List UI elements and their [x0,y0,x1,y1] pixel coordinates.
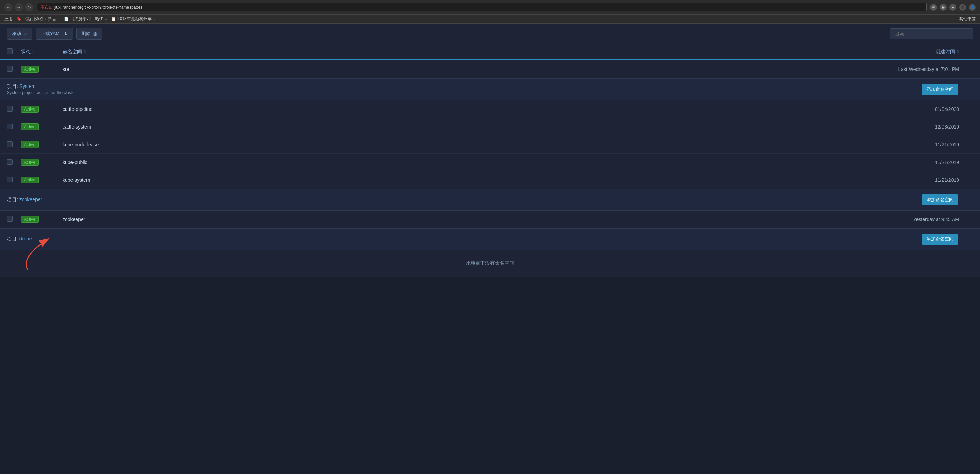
row-checkbox-kube-node-lease [7,141,21,148]
namespace-name-kube-node-lease: kube-node-lease [62,142,869,147]
toolbar: 移动 ⇗ 下载YAML ⬇ 删除 🗑 [0,24,980,44]
more-actions-kube-node-lease[interactable]: ⋮ [960,139,972,150]
row-checkbox-cattle-pipeline [7,106,21,113]
project-more-btn-drone[interactable]: ⋮ [961,234,973,244]
move-button[interactable]: 移动 ⇗ [7,28,32,40]
namespace-name-sre: sre [62,66,869,72]
more-actions-cattle-system[interactable]: ⋮ [960,121,972,132]
active-badge-cattle-pipeline: Active [21,105,38,113]
row-actions-sre: ⋮ [959,64,973,74]
row-actions-kube-public: ⋮ [959,157,973,168]
table-row: Active kube-system 11/21/2019 ⋮ [0,171,980,189]
checkbox-sre[interactable] [7,66,13,72]
bookmark-label-3: 2018年最新杭州车... [118,16,155,22]
project-link-zookeeper[interactable]: zookeeper [19,197,42,202]
active-badge-kube-node-lease: Active [21,141,38,148]
project-section-zookeeper: 项目: zookeeper 添加命名空间 ⋮ Active zookeeper … [0,189,980,228]
bookmarks-right: 其他书签 [959,16,976,22]
browser-icon-2: ◉ [940,4,947,11]
header-status[interactable]: 状态 ⇅ [21,49,62,55]
move-label: 移动 [12,30,21,37]
row-checkbox-cattle-system [7,124,21,130]
project-label-system: 项目: [7,83,19,89]
browser-icon-5: 👤 [969,4,976,11]
status-badge-zookeeper: Active [21,216,62,223]
checkbox-cattle-pipeline[interactable] [7,106,13,112]
share-icon: ⇗ [23,31,27,37]
search-input[interactable] [890,29,973,39]
project-link-system[interactable]: System [19,83,36,89]
created-kube-system: 11/21/2019 [869,177,959,183]
bookmark-2[interactable]: 📄 《终身学习：哈佛... [64,16,107,22]
project-title-drone: 项目: drone [7,236,922,242]
namespace-col-label: 命名空间 [62,49,82,55]
delete-label: 删除 [82,30,91,37]
status-badge-sre: Active [21,66,62,73]
project-more-btn-system[interactable]: ⋮ [961,84,973,94]
refresh-button[interactable]: ↻ [25,3,33,11]
created-kube-node-lease: 11/21/2019 [869,142,959,147]
active-badge-sre: Active [21,66,38,73]
browser-icon-3: ◈ [950,4,956,11]
project-title-system: 项目: System System project created for th… [7,83,922,95]
table-row: Active cattle-system 12/03/2019 ⋮ [0,118,980,136]
forward-button[interactable]: → [14,3,23,11]
add-namespace-btn-drone[interactable]: 添加命名空间 [922,233,958,245]
active-badge-zookeeper: Active [21,216,38,223]
bookmark-1[interactable]: 🔖 《新引爆点：抖音... [17,16,60,22]
bookmark-icon-1: 🔖 [17,17,22,21]
back-button[interactable]: ← [4,3,13,11]
project-more-btn-zookeeper[interactable]: ⋮ [961,195,973,205]
add-namespace-btn-zookeeper[interactable]: 添加命名空间 [922,194,958,205]
add-namespace-btn-system[interactable]: 添加命名空间 [922,84,958,95]
download-yaml-label: 下载YAML [41,30,62,37]
row-actions-zookeeper: ⋮ [959,214,973,225]
more-actions-kube-public[interactable]: ⋮ [960,157,972,168]
browser-actions: ⊕ ◉ ◈ ⬛ 👤 [930,4,976,11]
status-col-label: 状态 [21,49,30,55]
created-col-label: 创建时间 [935,49,955,55]
bookmark-3[interactable]: 📋 2018年最新杭州车... [111,16,155,22]
namespace-name-kube-public: kube-public [62,160,869,165]
namespace-name-zookeeper: zookeeper [62,217,869,222]
namespace-name-cattle-pipeline: cattle-pipeline [62,106,869,112]
address-bar[interactable]: 不安全 jiuxi.rancher.org/c/c-bfc49/projects… [37,3,926,11]
more-actions-kube-system[interactable]: ⋮ [960,175,972,185]
row-checkbox-kube-system [7,177,21,184]
checkbox-kube-public[interactable] [7,159,13,165]
row-actions-cattle-system: ⋮ [959,121,973,132]
project-header-system: 项目: System System project created for th… [0,78,980,101]
bookmark-icon-2: 📄 [64,17,69,21]
header-namespace[interactable]: 命名空间 ⇅ [62,49,869,55]
checkbox-kube-node-lease[interactable] [7,141,13,147]
active-badge-kube-system: Active [21,177,38,184]
select-all-checkbox[interactable] [7,48,13,54]
delete-button[interactable]: 删除 🗑 [76,28,102,40]
bookmark-label-1: 《新引爆点：抖音... [23,16,60,22]
active-badge-kube-public: Active [21,159,38,166]
download-icon: ⬇ [64,31,68,37]
created-sre: Last Wednesday at 7:01 PM [869,66,959,72]
table-row: Active sre Last Wednesday at 7:01 PM ⋮ [0,59,980,78]
bookmark-icon-3: 📋 [111,17,116,21]
project-section-system: 项目: System System project created for th… [0,78,980,189]
empty-project-drone: 此项目下没有命名空间 [0,250,980,277]
more-actions-zookeeper[interactable]: ⋮ [960,214,972,225]
project-link-drone[interactable]: drone [19,236,32,241]
project-header-drone: 项目: drone 添加命名空间 ⋮ [0,228,980,250]
namespace-sort-icon: ⇅ [83,50,86,54]
browser-bar: ← → ↻ 不安全 jiuxi.rancher.org/c/c-bfc49/pr… [0,0,980,14]
checkbox-kube-system[interactable] [7,177,13,182]
more-actions-cattle-pipeline[interactable]: ⋮ [960,104,972,114]
row-actions-kube-system: ⋮ [959,175,973,185]
project-title-zookeeper: 项目: zookeeper [7,197,922,203]
more-actions-sre[interactable]: ⋮ [960,64,972,74]
checkbox-cattle-system[interactable] [7,124,13,129]
download-yaml-button[interactable]: 下载YAML ⬇ [36,28,73,40]
checkbox-zookeeper[interactable] [7,216,13,222]
table-row: Active kube-public 11/21/2019 ⋮ [0,153,980,171]
header-checkbox-col [7,48,21,55]
status-badge-cattle-pipeline: Active [21,105,62,113]
row-actions-cattle-pipeline: ⋮ [959,104,973,114]
header-created[interactable]: 创建时间 ⇅ [869,49,959,55]
